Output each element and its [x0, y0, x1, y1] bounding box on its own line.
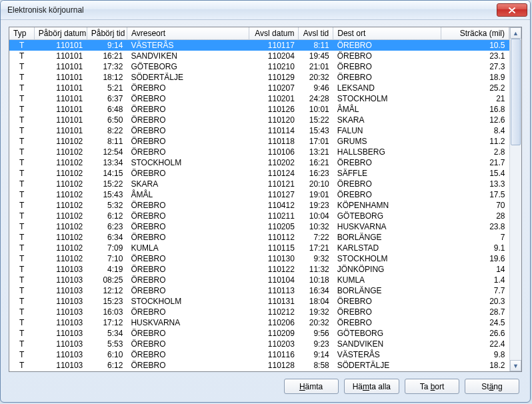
cell-avreseort: ÖREBRO [127, 360, 249, 371]
cell-adatum: 110209 [249, 328, 299, 339]
table-row[interactable]: T11010308:25ÖREBRO11010410:18KUMLA1.4 [9, 275, 509, 285]
table-row[interactable]: T1101016:37ÖREBRO11020124:28STOCKHOLM21 [9, 93, 509, 104]
cell-destort: ÖREBRO [333, 157, 441, 168]
column-header-stracka[interactable]: Sträcka (mil) [441, 27, 509, 40]
table-row[interactable]: T11010118:12SÖDERTÄLJE11012920:32ÖREBRO1… [9, 72, 509, 83]
table-row[interactable]: T1101035:34ÖREBRO1102099:56GÖTEBORG26.6 [9, 328, 509, 339]
cell-atid: 8:11 [299, 40, 333, 51]
cell-stracka: 16.8 [441, 104, 509, 115]
cell-stracka: 8.4 [441, 125, 509, 136]
vertical-scrollbar[interactable]: ▲ ▼ [509, 27, 521, 371]
cell-pdatum: 110103 [34, 317, 87, 328]
data-grid[interactable]: TypPåbörj datumPåbörj tidAvreseortAvsl d… [9, 27, 522, 372]
cell-avreseort: HUSKVARNA [127, 317, 249, 328]
cell-destort: STOCKHOLM [333, 253, 441, 264]
cell-ptid: 15:22 [87, 179, 127, 189]
table-row[interactable]: T11010213:34STOCKHOLM11020216:21ÖREBRO21… [9, 157, 509, 168]
cell-destort: KUMLA [333, 275, 441, 285]
scroll-thumb[interactable] [511, 39, 521, 145]
table-row[interactable]: T1101037:08GRUMS11011916:50ÖREBRO11.9 [9, 371, 509, 371]
titlebar[interactable]: Elektronisk körjournal [1, 1, 530, 20]
table-row[interactable]: T11010312:12ÖREBRO11011316:34BORLÄNGE7.7 [9, 285, 509, 296]
cell-atid: 16:34 [299, 285, 333, 296]
cell-avreseort: SKARA [127, 179, 249, 189]
table-row[interactable]: T11010214:15ÖREBRO11012416:23SÄFFLE15.4 [9, 168, 509, 179]
cell-typ: T [9, 179, 34, 189]
cell-pdatum: 110103 [34, 360, 87, 371]
fetch-all-button[interactable]: Hämta alla [344, 379, 399, 394]
table-row[interactable]: T1101019:14VÄSTERÅS1101178:11ÖREBRO10.5 [9, 40, 509, 51]
cell-stracka: 12.6 [441, 115, 509, 125]
table-row[interactable]: T11010316:03ÖREBRO11021219:32ÖREBRO28.7 [9, 307, 509, 317]
cell-avreseort: ÖREBRO [127, 93, 249, 104]
table-row[interactable]: T11010317:12HUSKVARNA11020620:32ÖREBRO24… [9, 317, 509, 328]
cell-ptid: 18:12 [87, 72, 127, 83]
table-row[interactable]: T1101036:10ÖREBRO1101169:14VÄSTERÅS9.8 [9, 349, 509, 360]
table-row[interactable]: T1101016:50ÖREBRO11012015:22SKARA12.6 [9, 115, 509, 125]
cell-stracka: 70 [441, 200, 509, 211]
cell-atid: 10:18 [299, 275, 333, 285]
close-icon [509, 7, 515, 13]
table-row[interactable]: T1101016:48ÖREBRO11012610:01ÅMÅL16.8 [9, 104, 509, 115]
table-row[interactable]: T11010215:43ÅMÅL11012719:01ÖREBRO17.5 [9, 189, 509, 200]
cell-atid: 19:45 [299, 51, 333, 61]
scroll-up-arrow[interactable]: ▲ [510, 27, 521, 39]
cell-typ: T [9, 232, 34, 243]
cell-destort: ÖREBRO [333, 51, 441, 61]
column-header-avreseort[interactable]: Avreseort [127, 27, 249, 40]
cell-pdatum: 110103 [34, 285, 87, 296]
scroll-track[interactable] [510, 39, 521, 360]
cell-adatum: 110206 [249, 317, 299, 328]
table-row[interactable]: T1101028:11ÖREBRO11011817:01GRUMS11.2 [9, 136, 509, 147]
table-row[interactable]: T1101018:22ÖREBRO11011415:43FALUN8.4 [9, 125, 509, 136]
column-header-typ[interactable]: Typ [9, 27, 34, 40]
scroll-down-arrow[interactable]: ▼ [510, 360, 521, 371]
table-row[interactable]: T11010215:22SKARA11012120:10ÖREBRO13.3 [9, 179, 509, 189]
column-header-atid[interactable]: Avsl tid [299, 27, 333, 40]
table-row[interactable]: T1101026:23ÖREBRO11020510:32HUSKVARNA23.… [9, 221, 509, 232]
cell-atid: 20:10 [299, 179, 333, 189]
cell-adatum: 110119 [249, 371, 299, 371]
cell-stracka: 13.3 [441, 179, 509, 189]
cell-typ: T [9, 317, 34, 328]
cell-avreseort: ÖREBRO [127, 349, 249, 360]
column-header-ptid[interactable]: Påbörj tid [87, 27, 127, 40]
cell-adatum: 110116 [249, 349, 299, 360]
cell-destort: FALUN [333, 125, 441, 136]
table-row[interactable]: T11010117:32GÖTEBORG11021021:01ÖREBRO27.… [9, 61, 509, 72]
table-row[interactable]: T1101035:53ÖREBRO1102039:23SANDVIKEN22.4 [9, 339, 509, 349]
cell-adatum: 110212 [249, 307, 299, 317]
table-row[interactable]: T11010212:54ÖREBRO11010613:21HALLSBERG2.… [9, 147, 509, 157]
table-row[interactable]: T1101027:10ÖREBRO1101309:32STOCKHOLM19.6 [9, 253, 509, 264]
table-row[interactable]: T11010315:23STOCKHOLM11013118:04ÖREBRO20… [9, 296, 509, 307]
table-row[interactable]: T1101036:12ÖREBRO1101288:58SÖDERTÄLJE18.… [9, 360, 509, 371]
delete-button[interactable]: Ta bort [405, 379, 459, 394]
column-header-pdatum[interactable]: Påbörj datum [34, 27, 87, 40]
cell-stracka: 11.9 [441, 371, 509, 371]
cell-adatum: 110211 [249, 211, 299, 221]
column-header-destort[interactable]: Dest ort [333, 27, 441, 40]
cell-ptid: 8:22 [87, 125, 127, 136]
cell-pdatum: 110103 [34, 296, 87, 307]
close-dialog-button[interactable]: Stäng [465, 379, 519, 394]
table-row[interactable]: T1101025:32ÖREBRO11041219:23KÖPENHAMN70 [9, 200, 509, 211]
cell-ptid: 4:19 [87, 264, 127, 275]
cell-typ: T [9, 93, 34, 104]
table-row[interactable]: T1101015:21ÖREBRO1102079:46LEKSAND25.2 [9, 83, 509, 93]
cell-typ: T [9, 168, 34, 179]
fetch-button[interactable]: Hämta [284, 379, 339, 394]
cell-atid: 9:23 [299, 339, 333, 349]
close-button[interactable] [497, 3, 527, 17]
table-row[interactable]: T1101026:12ÖREBRO11021110:04GÖTEBORG28 [9, 211, 509, 221]
table-row[interactable]: T1101026:34ÖREBRO1101127:22BORLÄNGE7 [9, 232, 509, 243]
cell-typ: T [9, 147, 34, 157]
table-row[interactable]: T11010116:21SANDVIKEN11020419:45ÖREBRO23… [9, 51, 509, 61]
cell-adatum: 110106 [249, 147, 299, 157]
table-row[interactable]: T1101027:09KUMLA11011517:21KARLSTAD9.1 [9, 243, 509, 253]
table-header-row[interactable]: TypPåbörj datumPåbörj tidAvreseortAvsl d… [9, 27, 509, 40]
table-row[interactable]: T1101034:19ÖREBRO11012211:32JÖNKÖPING14 [9, 264, 509, 275]
column-header-adatum[interactable]: Avsl datum [249, 27, 299, 40]
cell-avreseort: ÖREBRO [127, 328, 249, 339]
cell-destort: KÖPENHAMN [333, 200, 441, 211]
cell-destort: ÖREBRO [333, 371, 441, 371]
